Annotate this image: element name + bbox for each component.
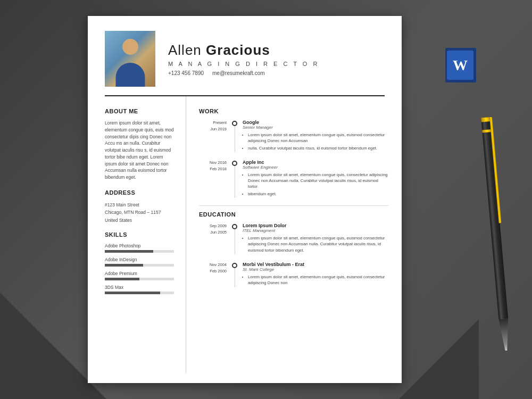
timeline-dot xyxy=(232,161,237,166)
skill-bar-bg xyxy=(105,292,174,294)
job-title: M A N A G I N G D I R E C T O R xyxy=(168,61,385,67)
date-to: Jun 2005 xyxy=(199,229,227,236)
timeline-role: Senior Manager xyxy=(243,125,389,130)
timeline-bullets: Lorem ipsum dolor sit amet, elementum co… xyxy=(243,132,389,151)
timeline-company: Lorem Ipsum Dolor xyxy=(243,223,389,228)
timeline-dates: Present Jun 2019 xyxy=(199,120,227,152)
timeline-content: Lorem Ipsum Dolor ITEL Managment Lorem i… xyxy=(243,223,389,254)
address-section: ADDRESS #123 Main Street Chicago, MTN Ro… xyxy=(105,189,176,224)
timeline-dot xyxy=(232,224,237,229)
timeline-dates: Nov 2016 Feb 2018 xyxy=(199,160,227,198)
full-name: Allen Gracious xyxy=(168,42,385,59)
date-from: Nov 2016 xyxy=(199,160,227,166)
first-name: Allen xyxy=(168,42,202,58)
work-edu-divider xyxy=(199,205,389,206)
timeline-dates: Nov 2004 Feb 2000 xyxy=(199,262,227,287)
date-from: Sep 2009 xyxy=(199,223,227,229)
skill-bar-fill xyxy=(105,264,143,267)
timeline-bullets: Lorem ipsum dolor sit amet, elementum co… xyxy=(243,235,389,253)
date-from: Nov 2004 xyxy=(199,262,227,268)
date-to: Feb 2000 xyxy=(199,268,227,275)
work-entries: Present Jun 2019 Google Senior Manager L… xyxy=(199,120,389,198)
timeline-role: ITEL Managment xyxy=(243,228,389,233)
resume-header: Allen Gracious M A N A G I N G D I R E C… xyxy=(88,16,402,95)
skill-bar-fill xyxy=(105,292,160,294)
right-column: WORK Present Jun 2019 Google Senior Mana… xyxy=(186,96,402,373)
skill-label: Adobe Photoshop xyxy=(105,243,176,248)
skill-bar-bg xyxy=(105,278,174,280)
address-line2: Chicago, MTN Road – 1157 xyxy=(105,209,176,216)
timeline-company: Google xyxy=(243,120,389,125)
timeline-line xyxy=(235,229,235,254)
address-title: ADDRESS xyxy=(105,189,176,196)
timeline-content: Morbi Vel Vestibulum - Erat St. Mark Col… xyxy=(243,262,389,287)
timeline-bullet: Lorem ipsum dolor sit amet, elementum co… xyxy=(248,274,389,286)
phone: +123 456 7890 xyxy=(168,70,204,76)
timeline-entry: Nov 2004 Feb 2000 Morbi Vel Vestibulum -… xyxy=(199,262,389,287)
timeline-line xyxy=(235,126,235,152)
last-name: Gracious xyxy=(206,42,270,58)
skill-bar-fill xyxy=(105,278,139,280)
timeline-dot-col xyxy=(232,120,237,152)
profile-photo xyxy=(105,31,155,87)
resume-document: Allen Gracious M A N A G I N G D I R E C… xyxy=(88,16,402,383)
skills-section: SKILLS Adobe Photoshop Adobe InDesign Ad… xyxy=(105,231,176,294)
header-info: Allen Gracious M A N A G I N G D I R E C… xyxy=(168,42,385,76)
timeline-entry: Nov 2016 Feb 2018 Apple Inc Software Eng… xyxy=(199,160,389,198)
address-line1: #123 Main Street xyxy=(105,201,176,209)
timeline-company: Morbi Vel Vestibulum - Erat xyxy=(243,262,389,267)
skill-item: Adobe InDesign xyxy=(105,257,176,267)
education-title: EDUCATION xyxy=(199,211,389,218)
timeline-role: St. Mark College xyxy=(243,267,389,272)
education-entries: Sep 2009 Jun 2005 Lorem Ipsum Dolor ITEL… xyxy=(199,223,389,287)
skill-label: 3DS Max xyxy=(105,285,176,290)
timeline-line xyxy=(235,166,235,198)
timeline-dot-col xyxy=(232,160,237,198)
skill-label: Adobe InDesign xyxy=(105,257,176,262)
resume-body: ABOUT ME Lorem ipsum dolor sit amet, ele… xyxy=(88,96,402,373)
skills-list: Adobe Photoshop Adobe InDesign Adobe Pre… xyxy=(105,243,176,294)
date-to: Jun 2019 xyxy=(199,126,227,132)
date-from: Present xyxy=(199,120,227,126)
skill-label: Adobe Premium xyxy=(105,271,176,276)
timeline-dot-col xyxy=(232,262,237,287)
timeline-role: Software Engineer xyxy=(243,165,389,170)
timeline-dot xyxy=(232,121,237,126)
timeline-entry: Sep 2009 Jun 2005 Lorem Ipsum Dolor ITEL… xyxy=(199,223,389,254)
timeline-bullets: Lorem ipsum dolor sit amet, elementum co… xyxy=(243,172,389,197)
skill-bar-bg xyxy=(105,264,174,267)
timeline-bullet: bibendum eget. xyxy=(248,191,389,197)
email: me@resumekraft.com xyxy=(212,70,265,76)
skills-title: SKILLS xyxy=(105,231,176,238)
timeline-content: Google Senior Manager Lorem ipsum dolor … xyxy=(243,120,389,152)
skill-bar-fill xyxy=(105,250,153,253)
timeline-bullet: nulla. Curabitur volutpat iaculis risus,… xyxy=(248,145,389,151)
word-icon[interactable] xyxy=(447,51,473,80)
skill-bar-bg xyxy=(105,250,174,253)
skill-item: Adobe Photoshop xyxy=(105,243,176,253)
about-text: Lorem ipsum dolor sit amet, elementum co… xyxy=(105,120,176,181)
skill-item: 3DS Max xyxy=(105,285,176,294)
skill-item: Adobe Premium xyxy=(105,271,176,280)
timeline-line xyxy=(235,268,235,287)
timeline-dot xyxy=(232,263,237,268)
address-text: #123 Main Street Chicago, MTN Road – 115… xyxy=(105,201,176,224)
timeline-bullet: Lorem ipsum dolor sit amet, elementum co… xyxy=(248,132,389,144)
about-title: ABOUT ME xyxy=(105,108,176,114)
left-column: ABOUT ME Lorem ipsum dolor sit amet, ele… xyxy=(88,96,186,373)
timeline-dot-col xyxy=(232,223,237,254)
work-section: WORK Present Jun 2019 Google Senior Mana… xyxy=(199,108,389,198)
timeline-bullet: Lorem ipsum dolor sit amet, elementum co… xyxy=(248,172,389,190)
timeline-dates: Sep 2009 Jun 2005 xyxy=(199,223,227,254)
timeline-entry: Present Jun 2019 Google Senior Manager L… xyxy=(199,120,389,152)
timeline-content: Apple Inc Software Engineer Lorem ipsum … xyxy=(243,160,389,198)
timeline-company: Apple Inc xyxy=(243,160,389,165)
education-section: EDUCATION Sep 2009 Jun 2005 Lorem Ipsum … xyxy=(199,211,389,287)
timeline-bullets: Lorem ipsum dolor sit amet, elementum co… xyxy=(243,274,389,286)
date-to: Feb 2018 xyxy=(199,166,227,172)
timeline-bullet: Lorem ipsum dolor sit amet, elementum co… xyxy=(248,235,389,253)
contact-info: +123 456 7890 me@resumekraft.com xyxy=(168,70,385,76)
address-line3: United States xyxy=(105,217,176,224)
about-section: ABOUT ME Lorem ipsum dolor sit amet, ele… xyxy=(105,108,176,181)
work-title: WORK xyxy=(199,108,389,114)
